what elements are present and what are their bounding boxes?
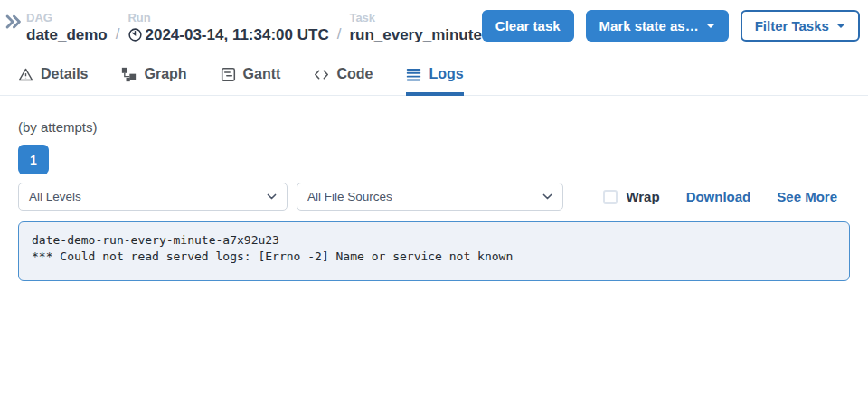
- chevron-down-icon: [542, 191, 553, 202]
- gantt-chart-icon: [221, 67, 236, 82]
- code-brackets-icon: [314, 67, 329, 82]
- tab-label: Code: [336, 66, 373, 82]
- graph-nodes-icon: [121, 67, 137, 82]
- clock-icon: [127, 27, 143, 42]
- caret-down-icon: [706, 24, 715, 28]
- tab-label: Graph: [144, 66, 186, 82]
- tab-label: Gantt: [243, 66, 281, 82]
- attempt-1-button[interactable]: 1: [18, 145, 49, 174]
- run-value: 2024-03-14, 11:34:00 UTC: [127, 25, 328, 45]
- wrap-label: Wrap: [626, 189, 659, 204]
- caret-down-icon: [836, 24, 845, 28]
- breadcrumb-run[interactable]: Run 2024-03-14, 11:34:00 UTC: [127, 11, 328, 45]
- log-line: date-demo-run-every-minute-a7x92u23: [32, 232, 836, 249]
- file-source-value: All File Sources: [307, 190, 392, 203]
- breadcrumb-dag[interactable]: DAG date_demo: [26, 11, 108, 45]
- download-link[interactable]: Download: [686, 189, 751, 204]
- task-label: Task: [349, 11, 481, 25]
- wrap-checkbox[interactable]: [603, 190, 618, 204]
- by-attempts-label: (by attempts): [18, 119, 850, 135]
- log-actions: Wrap Download See More: [603, 189, 850, 204]
- tab-label: Details: [41, 66, 88, 82]
- task-name: run_every_minute: [349, 25, 481, 45]
- breadcrumb-separator: /: [116, 25, 120, 45]
- dag-name: date_demo: [26, 25, 108, 45]
- tab-details[interactable]: Details: [18, 66, 88, 96]
- see-more-link[interactable]: See More: [777, 189, 837, 204]
- tab-graph[interactable]: Graph: [121, 66, 186, 96]
- chevron-down-icon: [266, 191, 278, 202]
- log-level-value: All Levels: [29, 190, 81, 203]
- tab-gantt[interactable]: Gantt: [221, 66, 281, 96]
- breadcrumb-separator: /: [337, 25, 342, 45]
- tab-logs[interactable]: Logs: [406, 66, 463, 96]
- mark-state-as-button[interactable]: Mark state as…: [586, 10, 729, 42]
- log-output[interactable]: date-demo-run-every-minute-a7x92u23 *** …: [18, 221, 850, 281]
- clear-task-button[interactable]: Clear task: [482, 10, 574, 42]
- run-timestamp: 2024-03-14, 11:34:00 UTC: [145, 25, 328, 45]
- attempt-selector: 1: [18, 145, 850, 174]
- breadcrumb-task[interactable]: Task run_every_minute: [349, 11, 481, 45]
- filter-tasks-button[interactable]: Filter Tasks: [741, 10, 860, 42]
- log-line: *** Could not read served logs: [Errno -…: [32, 249, 836, 265]
- warning-triangle-icon: [18, 67, 33, 82]
- tab-bar: Details Graph Gantt Code: [0, 52, 868, 96]
- log-level-select[interactable]: All Levels: [18, 183, 288, 211]
- double-chevron-right-icon[interactable]: [4, 12, 24, 32]
- filter-tasks-label: Filter Tasks: [755, 18, 829, 33]
- logs-panel: (by attempts) 1 All Levels All File Sour…: [0, 119, 868, 281]
- dag-label: DAG: [26, 11, 108, 25]
- wrap-toggle[interactable]: Wrap: [603, 189, 659, 204]
- header-actions: Clear task Mark state as… Filter Tasks: [482, 10, 860, 42]
- log-lines-icon: [406, 67, 421, 82]
- tab-label: Logs: [429, 66, 463, 82]
- file-source-select[interactable]: All File Sources: [297, 183, 563, 211]
- breadcrumb: DAG date_demo / Run 2024-03-14, 11:34:00…: [26, 11, 482, 45]
- task-instance-header: DAG date_demo / Run 2024-03-14, 11:34:00…: [0, 0, 868, 52]
- tab-code[interactable]: Code: [314, 66, 373, 96]
- log-filter-row: All Levels All File Sources Wrap Downloa…: [18, 183, 850, 211]
- mark-state-as-label: Mark state as…: [599, 18, 699, 33]
- clear-task-label: Clear task: [495, 18, 561, 33]
- run-label: Run: [127, 11, 328, 25]
